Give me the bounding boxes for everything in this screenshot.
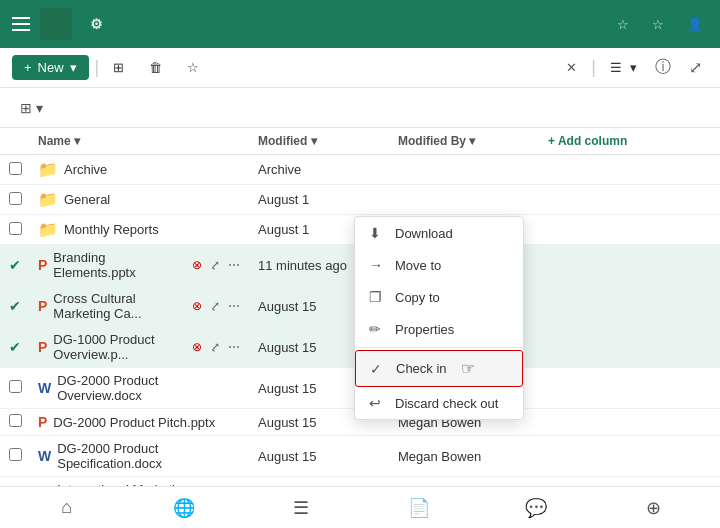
table-row[interactable]: W International Marketing Campaigns.docx… bbox=[0, 477, 720, 487]
chevron-down-icon: ▾ bbox=[70, 60, 77, 75]
name-cell: P Branding Elements.pptx ⊗ ⤤ ⋯ bbox=[30, 245, 250, 286]
document-area: ⊞ ▾ Name ▾ Modified ▾ Modified By ▾ + Ad… bbox=[0, 88, 720, 486]
dropdown-item-properties[interactable]: ✏ Properties bbox=[355, 313, 523, 345]
favorite-button[interactable]: ☆ bbox=[179, 56, 212, 79]
modified-column-header[interactable]: Modified ▾ bbox=[250, 128, 390, 155]
file-name[interactable]: Monthly Reports bbox=[64, 222, 159, 237]
members-btn[interactable]: 👤 bbox=[687, 17, 708, 32]
modified-by-column-header[interactable]: Modified By ▾ bbox=[390, 128, 540, 155]
list-icon: ☰ bbox=[610, 60, 622, 75]
selected-badge: ✕ bbox=[566, 60, 583, 75]
modified-by-cell: Alex Wilber bbox=[390, 477, 540, 487]
chevron-down-icon: ▾ bbox=[630, 60, 637, 75]
more-icon[interactable]: ⋯ bbox=[226, 256, 242, 274]
row-actions: ⊗ ⤤ ⋯ bbox=[190, 297, 242, 315]
file-name[interactable]: General bbox=[64, 192, 110, 207]
files-nav-item[interactable]: 📄 bbox=[399, 488, 439, 528]
row-checkbox[interactable] bbox=[9, 192, 22, 205]
dropdown-item-copy-to[interactable]: ❐ Copy to bbox=[355, 281, 523, 313]
site-title: ⚙ bbox=[82, 16, 607, 32]
home-nav-item[interactable]: ⌂ bbox=[47, 488, 87, 528]
add-col-cell bbox=[540, 286, 720, 327]
globe-icon: ☆ bbox=[617, 17, 629, 32]
more-icon[interactable]: ⋯ bbox=[226, 297, 242, 315]
check-icon: ✔ bbox=[9, 298, 21, 314]
modified-cell: August 15 bbox=[250, 477, 390, 487]
context-menu: ⬇ Download→ Move to❐ Copy to✏ Properties… bbox=[354, 216, 524, 420]
error-icon[interactable]: ⊗ bbox=[190, 297, 204, 315]
file-name[interactable]: DG-2000 Product Pitch.pptx bbox=[53, 415, 215, 430]
checkbox-cell bbox=[0, 477, 30, 487]
toolbar-right: ✕ | ☰ ▾ ⓘ ⤢ bbox=[566, 53, 708, 82]
dropdown-item-download[interactable]: ⬇ Download bbox=[355, 217, 523, 249]
modified-cell: Archive bbox=[250, 155, 390, 185]
error-icon[interactable]: ⊗ bbox=[190, 256, 204, 274]
check-icon: ✔ bbox=[9, 257, 21, 273]
table-row[interactable]: 📁 General August 1 bbox=[0, 185, 720, 215]
dropdown-item-discard-check-out[interactable]: ↩ Discard check out bbox=[355, 387, 523, 419]
checkin-icon: ✓ bbox=[370, 361, 386, 377]
add-column-header[interactable]: + Add column bbox=[540, 128, 720, 155]
menu-item-icon: ⬇ bbox=[369, 225, 385, 241]
share-icon[interactable]: ⤤ bbox=[208, 338, 222, 356]
checkbox-col bbox=[0, 128, 30, 155]
docx-icon: W bbox=[38, 380, 51, 396]
clear-selection-icon[interactable]: ✕ bbox=[566, 60, 577, 75]
views-icon[interactable]: ⊞ ▾ bbox=[20, 100, 43, 116]
row-actions: ⊗ ⤤ ⋯ bbox=[190, 256, 242, 274]
file-name[interactable]: International Marketing Campaigns.docx bbox=[57, 482, 236, 486]
docs-header: ⊞ ▾ bbox=[0, 88, 720, 128]
checkbox-cell bbox=[0, 155, 30, 185]
name-cell: W DG-2000 Product Overview.docx bbox=[30, 368, 250, 409]
file-name[interactable]: Cross Cultural Marketing Ca... bbox=[53, 291, 184, 321]
modified-by-cell: Megan Bowen bbox=[390, 436, 540, 477]
modified-by-cell bbox=[390, 155, 540, 185]
add-col-cell bbox=[540, 215, 720, 245]
edit-grid-view-button[interactable]: ⊞ bbox=[105, 56, 137, 79]
row-checkbox[interactable] bbox=[9, 222, 22, 235]
info-button[interactable]: ⓘ bbox=[649, 53, 677, 82]
public-group-btn[interactable]: ☆ bbox=[617, 17, 634, 32]
not-following-btn[interactable]: ☆ bbox=[652, 17, 669, 32]
hand-cursor-icon: ☞ bbox=[461, 359, 475, 378]
chat-nav-item[interactable]: 💬 bbox=[516, 488, 556, 528]
people-icon: 👤 bbox=[687, 17, 703, 32]
table-row[interactable]: 📁 Archive Archive bbox=[0, 155, 720, 185]
menu-nav-item[interactable]: ☰ bbox=[281, 488, 321, 528]
share-icon[interactable]: ⤤ bbox=[208, 256, 222, 274]
name-column-header[interactable]: Name ▾ bbox=[30, 128, 250, 155]
table-row[interactable]: W DG-2000 Product Specification.docx Aug… bbox=[0, 436, 720, 477]
add-col-cell bbox=[540, 245, 720, 286]
row-checkbox[interactable] bbox=[9, 380, 22, 393]
file-name[interactable]: Archive bbox=[64, 162, 107, 177]
app-logo bbox=[40, 8, 72, 40]
name-cell: W DG-2000 Product Specification.docx bbox=[30, 436, 250, 477]
file-name[interactable]: DG-1000 Product Overview.p... bbox=[53, 332, 184, 362]
add-nav-item[interactable]: ⊕ bbox=[633, 488, 673, 528]
row-checkbox[interactable] bbox=[9, 414, 22, 427]
checkbox-cell: ✔ bbox=[0, 286, 30, 327]
bottom-navigation: ⌂ 🌐 ☰ 📄 💬 ⊕ bbox=[0, 486, 720, 528]
grid-icon: ⊞ bbox=[113, 60, 124, 75]
row-checkbox[interactable] bbox=[9, 448, 22, 461]
hamburger-menu[interactable] bbox=[12, 17, 30, 31]
all-documents-button[interactable]: ☰ ▾ bbox=[604, 56, 643, 79]
dropdown-item-move-to[interactable]: → Move to bbox=[355, 249, 523, 281]
checkbox-cell bbox=[0, 409, 30, 436]
error-icon[interactable]: ⊗ bbox=[190, 338, 204, 356]
file-name[interactable]: DG-2000 Product Overview.docx bbox=[57, 373, 236, 403]
dropdown-item-check-in[interactable]: ✓ Check in ☞ bbox=[355, 350, 523, 387]
settings-icon[interactable]: ⚙ bbox=[90, 16, 103, 32]
share-icon[interactable]: ⤤ bbox=[208, 297, 222, 315]
expand-button[interactable]: ⤢ bbox=[683, 54, 708, 81]
more-button[interactable] bbox=[216, 64, 232, 72]
table-container: Name ▾ Modified ▾ Modified By ▾ + Add co… bbox=[0, 128, 720, 486]
more-icon[interactable]: ⋯ bbox=[226, 338, 242, 356]
file-name[interactable]: DG-2000 Product Specification.docx bbox=[57, 441, 236, 471]
file-name[interactable]: Branding Elements.pptx bbox=[53, 250, 184, 280]
add-col-cell bbox=[540, 477, 720, 487]
delete-button[interactable]: 🗑 bbox=[141, 56, 175, 79]
row-checkbox[interactable] bbox=[9, 162, 22, 175]
new-button[interactable]: + New ▾ bbox=[12, 55, 89, 80]
web-nav-item[interactable]: 🌐 bbox=[164, 488, 204, 528]
